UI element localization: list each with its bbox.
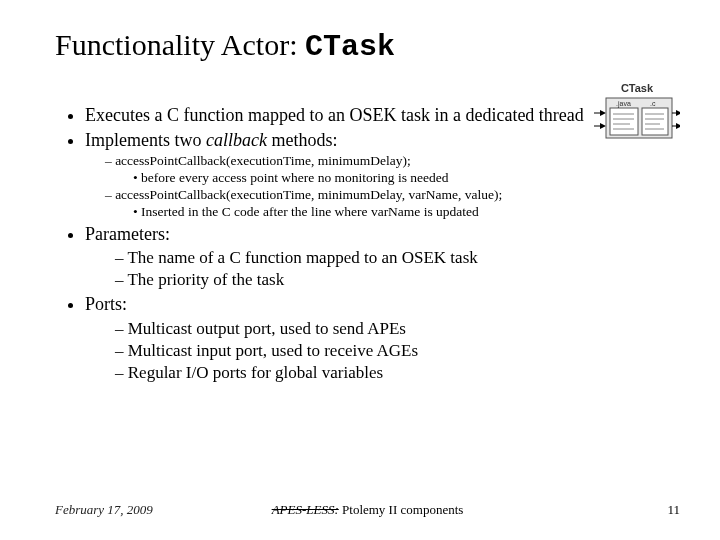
callback-1-sub: before every access point where no monit… bbox=[105, 170, 585, 187]
port-2: Multicast input port, used to receive AG… bbox=[115, 340, 585, 362]
footer: February 17, 2009 APES-LESS: Ptolemy II … bbox=[55, 502, 680, 518]
param-1: The name of a C function mapped to an OS… bbox=[115, 247, 585, 269]
diagram-svg: .java .c bbox=[594, 96, 680, 140]
ports-list: Multicast output port, used to send APEs… bbox=[85, 318, 585, 384]
parameters-label: Parameters: bbox=[85, 224, 170, 244]
svg-marker-1 bbox=[600, 110, 606, 116]
footer-center: APES-LESS: Ptolemy II components bbox=[272, 502, 464, 518]
port-3: Regular I/O ports for global variables bbox=[115, 362, 585, 384]
footer-page: 11 bbox=[667, 502, 680, 518]
bullet-ports: Ports: Multicast output port, used to se… bbox=[85, 293, 585, 384]
port-1: Multicast output port, used to send APEs bbox=[115, 318, 585, 340]
callback-1-detail: before every access point where no monit… bbox=[133, 170, 585, 187]
svg-rect-5 bbox=[610, 108, 638, 135]
main-list: Executes a C function mapped to an OSEK … bbox=[55, 104, 585, 384]
title-code: CTask bbox=[305, 30, 395, 64]
b2-pre: Implements two bbox=[85, 130, 206, 150]
svg-marker-18 bbox=[676, 123, 680, 129]
b2-em: callback bbox=[206, 130, 267, 150]
footer-strike: APES-LESS: bbox=[272, 502, 339, 517]
b2-post: methods: bbox=[267, 130, 338, 150]
footer-date: February 17, 2009 bbox=[55, 502, 153, 518]
callback-2-detail: Inserted in the C code after the line wh… bbox=[133, 204, 585, 221]
title-prefix: Functionality Actor: bbox=[55, 28, 305, 61]
diagram-left-label: .java bbox=[616, 100, 631, 108]
ports-label: Ports: bbox=[85, 294, 127, 314]
slide-title: Functionality Actor: CTask bbox=[55, 28, 680, 64]
bullet-executes: Executes a C function mapped to an OSEK … bbox=[85, 104, 585, 127]
slide: Functionality Actor: CTask CTask .java .… bbox=[0, 0, 720, 540]
callback-list: accessPointCallback(executionTime, minim… bbox=[85, 153, 585, 221]
callback-2: accessPointCallback(executionTime, minim… bbox=[105, 187, 585, 204]
diagram-caption: CTask bbox=[594, 82, 680, 94]
diagram-right-label: .c bbox=[650, 100, 656, 107]
bullet-parameters: Parameters: The name of a C function map… bbox=[85, 223, 585, 292]
callback-1: accessPointCallback(executionTime, minim… bbox=[105, 153, 585, 170]
svg-marker-3 bbox=[600, 123, 606, 129]
parameters-list: The name of a C function mapped to an OS… bbox=[85, 247, 585, 291]
param-2: The priority of the task bbox=[115, 269, 585, 291]
footer-rest: Ptolemy II components bbox=[339, 502, 464, 517]
callback-2-sub: Inserted in the C code after the line wh… bbox=[105, 204, 585, 221]
svg-rect-10 bbox=[642, 108, 668, 135]
ctask-diagram: CTask .java .c bbox=[594, 82, 680, 144]
svg-marker-16 bbox=[676, 110, 680, 116]
bullet-implements: Implements two callback methods: accessP… bbox=[85, 129, 585, 221]
